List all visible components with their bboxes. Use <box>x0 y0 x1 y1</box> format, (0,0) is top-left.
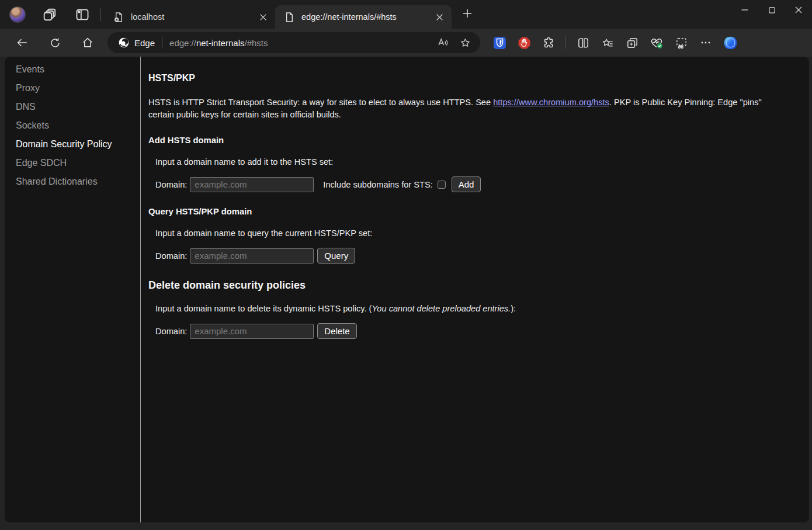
edge-badge-label: Edge <box>134 38 155 48</box>
add-hsts-heading: Add HSTS domain <box>148 136 781 145</box>
delete-policies-form: Domain: Delete <box>155 323 781 339</box>
home-icon <box>81 36 94 49</box>
net-internals-sidebar: Events Proxy DNS Sockets Domain Security… <box>5 57 141 522</box>
split-screen-button[interactable] <box>573 33 593 53</box>
query-hsts-instruction: Input a domain name to query the current… <box>155 228 781 238</box>
sidebar-item-dns[interactable]: DNS <box>5 98 140 116</box>
screenshot-button[interactable] <box>671 33 691 53</box>
add-button[interactable]: Add <box>452 176 481 192</box>
extensions-button[interactable] <box>539 33 558 53</box>
toolbar-extensions <box>490 33 740 53</box>
hsts-panel: HSTS/PKP HSTS is HTTP Strict Transport S… <box>141 57 809 522</box>
page-error-icon <box>113 11 125 23</box>
page-icon <box>283 11 296 23</box>
browser-essentials-button[interactable] <box>647 33 667 53</box>
chromium-hsts-link[interactable]: https://www.chromium.org/hsts <box>493 98 609 107</box>
edge-logo <box>118 37 130 49</box>
back-icon <box>16 36 29 49</box>
delete-policies-heading: Delete domain security policies <box>148 279 781 292</box>
read-aloud-button[interactable] <box>433 34 452 51</box>
favorite-button[interactable] <box>456 34 474 51</box>
query-hsts-form: Domain: Query <box>155 248 781 264</box>
toolbar: Edge edge://net-internals/#hsts <box>0 29 812 57</box>
workspaces-icon <box>42 7 57 22</box>
delete-domain-input[interactable] <box>190 324 314 339</box>
add-domain-label: Domain: <box>155 180 187 189</box>
favorite-star-icon <box>459 37 471 49</box>
window-controls <box>731 0 812 20</box>
site-info-chip[interactable]: Edge <box>118 37 155 49</box>
url-host: net-internals <box>196 38 245 48</box>
delete-button[interactable]: Delete <box>317 323 356 339</box>
sidebar-item-proxy[interactable]: Proxy <box>5 79 140 98</box>
refresh-button[interactable] <box>44 32 65 53</box>
tab-close-button[interactable] <box>433 11 446 23</box>
favorites-button[interactable] <box>598 33 617 53</box>
home-button[interactable] <box>77 32 98 53</box>
url-text: edge://net-internals/#hsts <box>169 38 433 48</box>
query-domain-input[interactable] <box>190 248 314 264</box>
adblock-icon <box>517 36 532 50</box>
settings-more-button[interactable] <box>696 33 716 53</box>
query-domain-label: Domain: <box>155 251 187 261</box>
extensions-icon <box>542 36 556 50</box>
collections-icon <box>626 36 639 50</box>
toolbar-separator <box>565 36 566 49</box>
sidebar-item-sockets[interactable]: Sockets <box>5 116 140 135</box>
add-hsts-instruction: Input a domain name to add it to the HST… <box>155 157 781 167</box>
subdomains-checkbox[interactable] <box>438 181 446 189</box>
copilot-button[interactable] <box>720 33 740 53</box>
workspaces-button[interactable] <box>41 6 58 23</box>
addressbar-separator <box>162 37 162 49</box>
bitwarden-extension-button[interactable] <box>490 33 509 53</box>
intro-before-link: HSTS is HTTP Strict Transport Security: … <box>148 98 493 107</box>
split-screen-icon <box>577 36 590 50</box>
more-icon <box>699 36 712 49</box>
include-subdomains-label: Include subdomains for STS: <box>323 180 432 189</box>
page-title: HSTS/PKP <box>148 73 781 84</box>
tab-strip: localhost edge://net-internals/#hsts <box>105 0 476 29</box>
close-window-button[interactable] <box>785 0 812 20</box>
back-button[interactable] <box>12 32 33 53</box>
new-tab-button[interactable] <box>459 5 476 22</box>
sidebar-item-events[interactable]: Events <box>5 60 140 79</box>
tabstrip-separator <box>100 8 101 21</box>
tab-title: localhost <box>131 12 256 22</box>
tab-actions-button[interactable] <box>74 6 91 23</box>
read-aloud-icon <box>436 36 449 49</box>
copilot-icon <box>723 35 738 51</box>
collections-button[interactable] <box>622 33 642 53</box>
favorites-icon <box>601 36 615 50</box>
titlebar-left-actions <box>0 6 99 23</box>
tab-localhost[interactable]: localhost <box>105 5 275 29</box>
url-path: /#hsts <box>244 38 268 48</box>
profile-avatar[interactable] <box>9 6 26 23</box>
sidebar-item-edge-sdch[interactable]: Edge SDCH <box>5 154 140 172</box>
delete-domain-label: Domain: <box>155 327 187 336</box>
delete-policies-instruction: Input a domain name to delete its dynami… <box>155 304 781 313</box>
add-domain-input[interactable] <box>190 177 314 192</box>
maximize-button[interactable] <box>758 0 785 20</box>
bitwarden-icon <box>492 36 507 50</box>
adblock-extension-button[interactable] <box>514 33 534 53</box>
hsts-intro-text: HSTS is HTTP Strict Transport Security: … <box>148 96 781 121</box>
address-bar[interactable]: Edge edge://net-internals/#hsts <box>107 32 480 53</box>
query-hsts-heading: Query HSTS/PKP domain <box>148 207 781 216</box>
tab-title: edge://net-internals/#hsts <box>301 12 433 22</box>
url-scheme: edge:// <box>169 38 196 48</box>
delete-instruction-italic: You cannot delete preloaded entries. <box>372 304 511 313</box>
minimize-icon <box>741 6 749 14</box>
new-tab-icon <box>461 8 473 19</box>
sidebar-item-shared-dictionaries[interactable]: Shared Dictionaries <box>5 172 140 191</box>
sidebar-item-domain-security-policy[interactable]: Domain Security Policy <box>5 135 140 154</box>
add-hsts-form: Domain: Include subdomains for STS: Add <box>155 176 781 192</box>
screenshot-icon <box>675 36 688 50</box>
refresh-icon <box>49 37 61 49</box>
tab-close-button[interactable] <box>256 11 269 23</box>
delete-instruction-after: ): <box>511 304 516 313</box>
query-button[interactable]: Query <box>317 248 355 264</box>
minimize-button[interactable] <box>731 0 758 20</box>
maximize-icon <box>768 6 776 14</box>
tab-net-internals[interactable]: edge://net-internals/#hsts <box>275 5 452 29</box>
browser-essentials-icon <box>650 36 664 50</box>
